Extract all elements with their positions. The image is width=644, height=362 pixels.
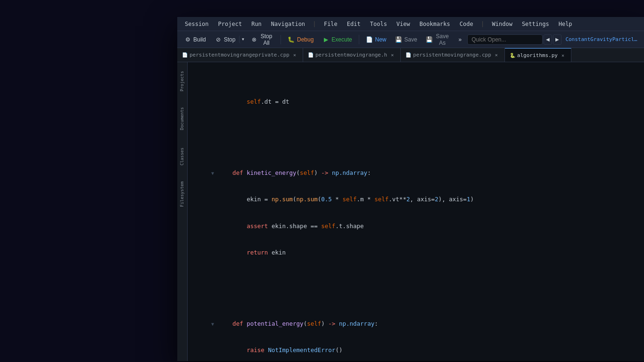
- save-as-label: Save As: [435, 33, 450, 46]
- code-line: ▼ def potential_energy(self) -> np.ndarr…: [188, 320, 644, 329]
- side-panels: Projects Documents Classes Filesystem: [177, 62, 188, 361]
- menu-bookmarks[interactable]: Bookmarks: [416, 20, 454, 28]
- menu-project[interactable]: Project: [215, 20, 246, 28]
- toolbar-sep-2: [359, 35, 359, 44]
- save-label: Save: [405, 36, 417, 43]
- new-label: New: [375, 36, 387, 43]
- toolbar: ⚙ Build ⊘ Stop ▼ ⊗ Stop All 🐛 Debug ▶: [177, 31, 644, 48]
- main-area: Projects Documents Classes Filesystem: [177, 62, 644, 361]
- menu-bar: Session Project Run Navigation | File Ed…: [177, 17, 644, 31]
- code-line: ▼ def kinetic_energy(self) -> np.ndarray…: [188, 169, 644, 178]
- tab-close-4[interactable]: ✕: [560, 52, 566, 58]
- new-button[interactable]: 📄 New: [362, 34, 390, 45]
- stop-dropdown-arrow-button[interactable]: ▼: [239, 35, 246, 43]
- tab-bar: 📄 persistentmovingrangeprivate.cpp ✕ 📄 p…: [177, 48, 644, 62]
- tab-label-4: algorithms.py: [517, 52, 558, 58]
- execute-button[interactable]: ▶ Execute: [318, 34, 355, 45]
- side-panel-classes-label: Classes: [180, 148, 184, 165]
- menu-view[interactable]: View: [393, 20, 414, 28]
- side-panel-filesystem[interactable]: Filesystem: [177, 175, 187, 213]
- save-as-icon: 💾: [426, 36, 433, 43]
- tab-persistentmovingrange-h[interactable]: 📄 persistentmovingrange.h ✕: [303, 48, 401, 62]
- menu-session[interactable]: Session: [181, 20, 213, 28]
- toolbar-sep-1: [281, 35, 281, 44]
- code-line: ekin = np.sum(np.sum(0.5 * self.m * self…: [188, 195, 644, 204]
- stop-all-button[interactable]: ⊗ Stop All: [247, 31, 278, 48]
- quick-open-input[interactable]: [467, 34, 543, 45]
- tab-icon-4: 🐍: [510, 53, 515, 58]
- execute-label: Execute: [331, 36, 352, 43]
- stop-button[interactable]: ⊘ Stop: [211, 34, 239, 45]
- tab-label-2: persistentmovingrange.h: [315, 52, 387, 58]
- stop-dropdown: ⊘ Stop ▼: [211, 34, 247, 45]
- side-panel-documents-label: Documents: [180, 107, 184, 131]
- tab-icon-3: 📄: [405, 52, 411, 58]
- save-button[interactable]: 💾 Save: [391, 34, 421, 45]
- side-panel-classes[interactable]: Classes: [177, 138, 187, 175]
- menu-sep-2: |: [479, 20, 487, 27]
- ide-container: Session Project Run Navigation | File Ed…: [177, 17, 644, 361]
- menu-navigation[interactable]: Navigation: [267, 20, 309, 28]
- menu-sep-1: |: [311, 20, 318, 27]
- side-panel-filesystem-label: Filesystem: [180, 181, 184, 207]
- code-line: self.dt = dt: [188, 98, 644, 107]
- menu-settings[interactable]: Settings: [518, 20, 553, 28]
- menu-edit[interactable]: Edit: [343, 20, 364, 28]
- side-panel-projects-label: Projects: [180, 71, 184, 91]
- more-button[interactable]: »: [454, 34, 465, 45]
- tab-persistentmovingrangeprivate-cpp[interactable]: 📄 persistentmovingrangeprivate.cpp ✕: [177, 48, 303, 62]
- side-panel-projects[interactable]: Projects: [177, 62, 187, 100]
- menu-run[interactable]: Run: [248, 20, 265, 28]
- tab-label-3: persistentmovingrange.cpp: [413, 52, 491, 58]
- menu-file[interactable]: File: [320, 20, 341, 28]
- save-icon: 💾: [395, 36, 403, 43]
- code-line: assert ekin.shape == self.t.shape: [188, 222, 644, 231]
- editor-area[interactable]: self.dt = dt ▼ def kinetic_energy(self) …: [188, 62, 644, 361]
- tab-close-3[interactable]: ✕: [493, 52, 500, 58]
- breadcrumb: ConstantGravityParticleSys...: [562, 36, 641, 42]
- code-line: [188, 275, 644, 284]
- build-label: Build: [193, 36, 206, 43]
- ide-window: Session Project Run Navigation | File Ed…: [177, 17, 644, 361]
- save-as-button[interactable]: 💾 Save As: [422, 31, 454, 48]
- build-button[interactable]: ⚙ Build: [180, 34, 210, 45]
- tab-icon-1: 📄: [182, 52, 188, 58]
- stop-all-label: Stop All: [259, 33, 274, 46]
- tab-close-2[interactable]: ✕: [389, 52, 396, 58]
- nav-forward-button[interactable]: ▶: [553, 34, 561, 45]
- stop-all-icon: ⊗: [251, 36, 257, 43]
- tab-algorithms-py[interactable]: 🐍 algorithms.py ✕: [505, 48, 571, 62]
- code-line: raise NotImplementedError(): [188, 346, 644, 355]
- build-icon: ⚙: [184, 36, 191, 43]
- menu-code[interactable]: Code: [456, 20, 477, 28]
- new-icon: 📄: [366, 36, 373, 43]
- stop-label: Stop: [224, 36, 236, 43]
- nav-back-button[interactable]: ◀: [544, 34, 552, 45]
- menu-tools[interactable]: Tools: [366, 20, 391, 28]
- tab-label-1: persistentmovingrangeprivate.cpp: [190, 52, 289, 58]
- tab-icon-2: 📄: [308, 52, 314, 58]
- menu-help[interactable]: Help: [555, 20, 576, 28]
- side-panel-documents[interactable]: Documents: [177, 100, 187, 138]
- tab-persistentmovingrange-cpp[interactable]: 📄 persistentmovingrange.cpp ✕: [401, 48, 505, 62]
- debug-icon: 🐛: [288, 36, 295, 43]
- execute-icon: ▶: [322, 36, 330, 43]
- code-line: return ekin: [188, 248, 644, 257]
- debug-button[interactable]: 🐛 Debug: [284, 34, 317, 45]
- stop-icon: ⊘: [215, 36, 222, 43]
- code-line: [188, 124, 644, 133]
- debug-label: Debug: [297, 36, 314, 43]
- tab-close-1[interactable]: ✕: [291, 52, 298, 58]
- code-content: self.dt = dt ▼ def kinetic_energy(self) …: [188, 62, 644, 361]
- menu-window[interactable]: Window: [488, 20, 516, 28]
